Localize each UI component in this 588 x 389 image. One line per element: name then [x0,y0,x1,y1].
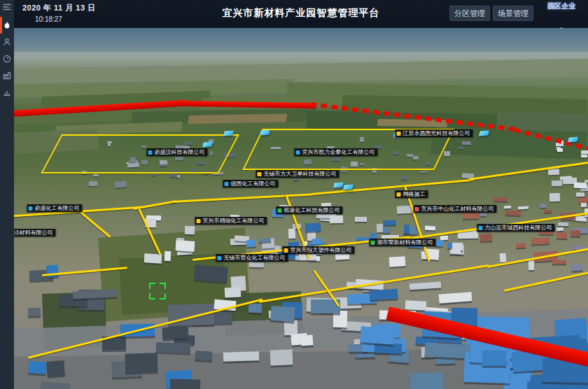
map-company-label[interactable]: 无锡市普众化工有限公司 [216,254,288,262]
company-label-text: 无锡市普众化工有限公司 [224,254,286,262]
building [162,325,189,339]
building [46,360,65,376]
map-company-label[interactable]: 宜兴市中山化工材料有限公司 [414,205,497,213]
building [41,382,71,389]
building [360,327,395,346]
building [576,192,584,197]
building [420,171,428,174]
map-company-label[interactable]: 无锡市方大卫星科技有限公司 [256,170,340,178]
building [404,225,410,233]
sidebar-item-menu[interactable] [0,0,14,14]
company-pin-icon [258,172,262,176]
vehicle-marker-icon[interactable] [223,131,234,136]
sidebar-item-factory[interactable] [0,67,14,84]
building [47,265,59,278]
sidebar-item-fire[interactable] [0,17,14,34]
building [558,222,568,227]
sidebar-item-stats[interactable] [0,84,14,101]
building [552,181,562,186]
map-company-label[interactable]: 鼎盛化工有限公司 [27,204,83,212]
building [156,342,190,353]
building [439,292,472,303]
company-label-text: 宜兴市中山化工材料有限公司 [421,205,494,213]
building [223,352,259,362]
building [450,249,461,254]
company-label-text: 网格施工 [403,190,426,198]
vehicle-marker-icon[interactable] [333,183,344,188]
map-company-label[interactable]: 江苏永昌国光科技有限公司 [396,129,473,137]
map-company-label[interactable]: 德国化工有限公司 [223,180,279,188]
building [225,287,241,297]
map-company-label[interactable]: 网格施工 [396,190,428,198]
vehicle-marker-icon[interactable] [343,185,354,190]
menu-icon [3,3,11,11]
company-pin-icon [197,219,201,223]
map-company-label[interactable]: 宜兴市精细化工有限公司 [195,217,267,225]
building [544,210,552,213]
building [410,373,444,389]
company-label-text: 力山远市城西科技有限公司 [485,224,552,232]
building [125,353,158,374]
building [72,289,116,299]
building [383,220,396,225]
vehicle-marker-icon[interactable] [479,131,489,136]
building [500,253,507,263]
company-label-text: 无锡市方大卫星科技有限公司 [264,170,337,178]
company-label-text: 裕康化工科技有限公司 [284,206,340,214]
building [246,239,255,247]
building [518,206,528,209]
map-company-label[interactable]: 宜兴市旭泾材料有限公司 [14,229,56,236]
scene-management-button[interactable]: 场景管理 [493,6,533,21]
sidebar-item-person[interactable] [0,34,14,50]
building [305,223,321,232]
sidebar-item-monitor[interactable] [0,50,14,67]
map-company-label[interactable]: 宜兴市凯力金攀化工有限公司 [295,148,378,156]
vehicle-marker-icon[interactable] [260,130,270,136]
company-pin-icon [397,192,401,197]
park-enterprise-label: 园区企业 [539,1,584,11]
sidebar [0,0,14,389]
park-enterprise-dropdown[interactable]: 园区企业 ⌄ [539,1,584,24]
vehicle-marker-icon[interactable] [202,142,213,148]
building [556,227,564,231]
building [29,361,47,374]
building [355,217,367,222]
map-company-label[interactable]: 力山远市城西科技有限公司 [477,224,555,232]
building [425,226,435,232]
map-3d-view[interactable]: 鼎盛汉科技有限公司宜兴市凯力金攀化工有限公司无锡市方大卫星科技有限公司德国化工有… [14,28,588,389]
bar-chart-icon [3,88,11,97]
header: 2020 年 11 月 13 日 10:18:27 宜兴市新材料产业园智慧管理平… [14,0,588,28]
company-pin-icon [278,208,282,213]
map-company-label[interactable]: 鼎盛汉科技有限公司 [147,148,208,156]
company-pin-icon [415,207,419,211]
company-label-text: 宜兴市恒大塑件有限公司 [290,246,352,254]
building [271,306,295,322]
vehicle-marker-icon[interactable] [568,137,578,143]
company-pin-icon [296,150,300,155]
map-company-label[interactable]: 潮市荣新材料有限公司 [370,239,436,246]
company-pin-icon [284,248,288,253]
person-icon [3,38,11,46]
zone-management-button[interactable]: 分区管理 [449,6,490,21]
building [540,204,546,208]
building [482,351,506,366]
building [516,243,526,248]
company-label-text: 潮市荣新材料有限公司 [377,239,433,246]
map-company-label[interactable]: 宜兴市恒大塑件有限公司 [283,246,355,254]
company-label-text: 江苏永昌国光科技有限公司 [403,129,470,137]
building [581,150,588,154]
chevron-down-icon: ⌄ [539,24,584,29]
company-pin-icon [218,256,222,260]
map-company-label[interactable]: 裕康化工科技有限公司 [276,206,343,214]
building [571,264,583,271]
building [447,243,452,248]
company-pin-icon [225,182,229,186]
building [259,238,271,243]
building [248,304,262,313]
building [401,175,407,181]
building [557,148,564,152]
building [548,169,560,176]
building [185,226,195,235]
building [27,308,40,317]
building [505,211,521,216]
